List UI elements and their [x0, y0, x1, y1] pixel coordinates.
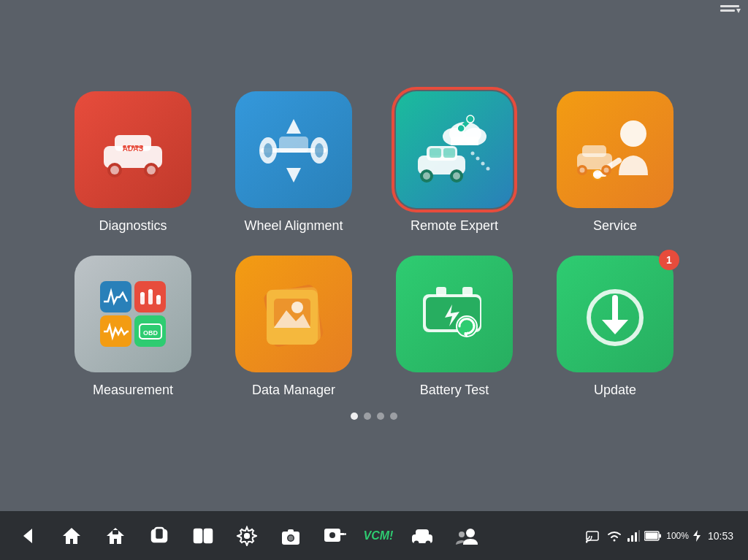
svg-point-97 — [426, 540, 431, 545]
svg-rect-67 — [436, 287, 446, 296]
svg-point-98 — [466, 529, 475, 537]
update-icon-bg: 1 — [557, 256, 673, 372]
page-indicators — [351, 413, 397, 420]
battery-percent: 100% — [666, 531, 689, 541]
home-button[interactable] — [58, 523, 85, 549]
update-label: Update — [594, 383, 636, 398]
svg-point-88 — [289, 535, 294, 540]
svg-point-8 — [147, 166, 156, 174]
svg-point-99 — [459, 532, 465, 537]
signal-icon — [627, 529, 640, 542]
app-service[interactable]: Service — [549, 91, 681, 234]
svg-marker-76 — [23, 529, 32, 543]
wheel-alignment-label: Wheel Alignment — [244, 218, 343, 234]
app-diagnostics[interactable]: ADAS Diagnostics — [67, 91, 199, 234]
svg-marker-2 — [736, 9, 741, 13]
meas-cell-4: OBD — [134, 315, 166, 347]
svg-rect-102 — [627, 538, 630, 542]
svg-point-17 — [264, 143, 272, 158]
charge-icon — [693, 530, 701, 542]
svg-point-14 — [140, 145, 143, 148]
svg-rect-82 — [194, 529, 202, 542]
app-update[interactable]: 1 Update — [549, 256, 681, 398]
app-wheel-alignment[interactable]: Wheel Alignment — [228, 91, 359, 234]
gear-settings-button[interactable] — [321, 523, 348, 549]
page-dot-2[interactable] — [364, 413, 371, 420]
battery-icon — [644, 530, 662, 542]
remote-expert-icon-bg — [396, 91, 513, 208]
svg-rect-47 — [582, 145, 606, 157]
svg-marker-21 — [286, 119, 301, 134]
svg-point-37 — [453, 172, 460, 180]
svg-point-56 — [148, 289, 153, 294]
battery-test-icon-bg — [396, 256, 513, 372]
diagnostics-icon-bg: ADAS — [75, 91, 191, 208]
measurement-icon-bg: OBD — [75, 256, 191, 372]
svg-point-13 — [136, 145, 139, 148]
main-content: ADAS Diagnostics — [0, 0, 748, 511]
meas-cell-2 — [134, 281, 166, 312]
taskbar-left: VCM! — [15, 523, 479, 549]
svg-rect-83 — [205, 529, 212, 542]
back-button[interactable] — [15, 523, 41, 549]
svg-rect-107 — [646, 532, 658, 539]
page-dot-1[interactable] — [351, 413, 358, 420]
svg-rect-33 — [443, 148, 455, 158]
svg-point-49 — [580, 168, 585, 173]
svg-point-85 — [244, 533, 250, 539]
svg-point-40 — [481, 162, 485, 166]
measurement-label: Measurement — [93, 383, 173, 398]
svg-point-38 — [471, 152, 475, 156]
app-battery-test[interactable]: Battery Test — [389, 256, 520, 398]
recents-button[interactable] — [146, 523, 172, 549]
car-button[interactable] — [409, 523, 435, 549]
svg-rect-68 — [462, 287, 473, 296]
vcm-label: VCM! — [364, 529, 394, 542]
svg-marker-75 — [602, 320, 628, 334]
meas-cell-3 — [100, 315, 131, 347]
wheel-alignment-icon-bg — [235, 91, 352, 208]
page-dot-3[interactable] — [377, 413, 384, 420]
vcm-button[interactable]: VCM! — [365, 523, 392, 549]
update-badge: 1 — [659, 250, 679, 270]
time-display: 10:53 — [708, 530, 733, 542]
svg-rect-81 — [155, 528, 164, 540]
svg-rect-20 — [279, 137, 308, 153]
taskbar-status: 100% 10:53 — [586, 528, 733, 544]
svg-rect-0 — [720, 5, 739, 7]
remote-expert-label: Remote Expert — [411, 218, 498, 234]
meas-cell-1 — [100, 281, 131, 312]
svg-rect-26 — [451, 137, 478, 145]
apps-grid: ADAS Diagnostics — [67, 91, 681, 398]
data-manager-icon-bg — [235, 256, 352, 372]
service-icon-bg — [557, 91, 673, 208]
svg-rect-108 — [659, 534, 661, 537]
svg-point-55 — [140, 292, 145, 296]
app-measurement[interactable]: OBD Measurement — [67, 256, 199, 398]
app-remote-expert[interactable]: Remote Expert — [389, 91, 520, 234]
svg-point-39 — [476, 157, 480, 161]
settings-button[interactable] — [234, 523, 260, 549]
page-dot-4[interactable] — [390, 413, 397, 420]
profile-button[interactable] — [453, 523, 479, 549]
home2-button[interactable] — [102, 523, 129, 549]
battery-test-label: Battery Test — [420, 383, 489, 398]
app-data-manager[interactable]: Data Manager — [228, 256, 359, 398]
svg-marker-109 — [693, 530, 701, 542]
svg-rect-105 — [638, 530, 640, 542]
svg-rect-92 — [339, 533, 345, 535]
taskbar: VCM! — [0, 511, 748, 560]
svg-rect-89 — [288, 529, 294, 533]
svg-point-51 — [604, 168, 609, 173]
svg-text:OBD: OBD — [143, 329, 159, 337]
svg-point-91 — [329, 532, 335, 538]
svg-point-10 — [123, 145, 126, 148]
svg-point-19 — [315, 143, 324, 158]
svg-marker-93 — [345, 533, 346, 535]
svg-rect-103 — [631, 535, 633, 542]
svg-rect-79 — [112, 530, 118, 534]
camera-button[interactable] — [278, 523, 304, 549]
svg-point-42 — [620, 120, 646, 147]
split-view-button[interactable] — [190, 523, 216, 549]
svg-point-6 — [110, 166, 119, 174]
